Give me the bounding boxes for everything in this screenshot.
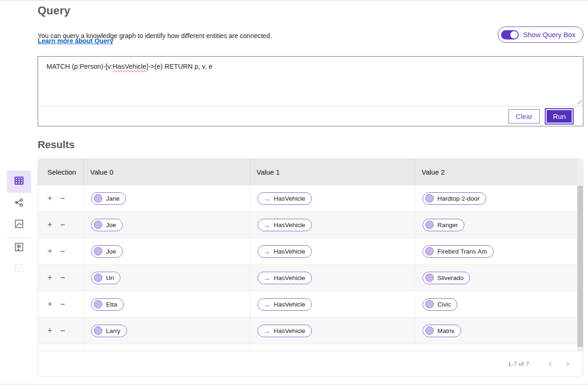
clear-button[interactable]: Clear: [509, 109, 540, 124]
edge-arrow-icon: →: [263, 327, 270, 334]
query-actions-bar: Clear Run: [38, 106, 583, 126]
edge-chip-label: HasVehicle: [274, 274, 305, 281]
query-text-spellchecked: HasVehicle: [112, 63, 146, 70]
selection-cell: + −: [38, 344, 83, 351]
table-row: + − Uri → HasVehicle Silverado: [38, 265, 583, 291]
node-chip[interactable]: Civic: [423, 298, 457, 311]
node-chip-label: Jane: [106, 195, 119, 202]
value2-cell: Firebird Trans Am: [415, 238, 583, 264]
add-to-selection-button[interactable]: +: [47, 274, 53, 282]
remove-from-selection-button[interactable]: −: [60, 247, 66, 255]
node-chip[interactable]: Hardtop 2-door: [423, 192, 486, 205]
node-chip-label: Matrix: [437, 327, 455, 334]
learn-more-link[interactable]: Learn more about Query: [38, 37, 113, 45]
node-chip-label: Silverado: [437, 274, 463, 281]
textarea-resize-handle[interactable]: [575, 98, 581, 104]
node-chip[interactable]: Joe: [91, 245, 123, 258]
table-row: + − Lucy → HasVehicle Mustang: [38, 344, 583, 351]
dashed-square-icon: [13, 262, 25, 275]
add-to-selection-button[interactable]: +: [47, 221, 53, 229]
node-circle-icon: [94, 274, 102, 282]
node-circle-icon: [425, 274, 434, 282]
table-header-row: Selection Value 0 Value 1 Value 2: [38, 159, 583, 185]
query-text-after: ]->(e) RETURN p, v, e: [146, 63, 212, 70]
page-title: Query: [38, 4, 70, 17]
edge-arrow-icon: →: [263, 274, 270, 281]
edge-chip-label: HasVehicle: [274, 222, 305, 228]
node-chip-label: Uri: [106, 274, 114, 281]
chart-view-icon: [13, 218, 25, 231]
edge-chip-label: HasVehicle: [274, 301, 305, 308]
node-chip[interactable]: Ranger: [423, 219, 464, 231]
column-header-value1: Value 1: [250, 159, 415, 185]
node-chip[interactable]: Matrix: [423, 325, 461, 337]
toggle-knob: [510, 31, 518, 39]
value2-cell: Hardtop 2-door: [415, 185, 583, 211]
previous-page-button[interactable]: ‹: [547, 359, 554, 369]
table-view-button[interactable]: [7, 170, 31, 193]
value1-cell: → HasVehicle: [250, 185, 415, 211]
table-scrollbar[interactable]: [577, 159, 583, 351]
node-circle-icon: [425, 326, 434, 335]
results-title: Results: [38, 139, 74, 151]
node-chip-label: Joe: [106, 248, 116, 255]
node-chip[interactable]: Firebird Trans Am: [423, 245, 494, 258]
node-chip[interactable]: Etta: [91, 298, 124, 311]
value0-cell: Jane: [83, 185, 250, 211]
node-circle-icon: [425, 300, 434, 308]
remove-from-selection-button[interactable]: −: [60, 194, 66, 202]
node-chip[interactable]: Silverado: [423, 272, 470, 284]
show-query-box-toggle[interactable]: Show Query Box: [498, 26, 583, 43]
table-row: + − Joe → HasVehicle Ranger: [38, 212, 583, 238]
edge-chip[interactable]: → HasVehicle: [258, 272, 312, 284]
query-editor[interactable]: MATCH (p:Person)-[v:HasVehicle]->(e) RET…: [38, 57, 583, 106]
value0-cell: Uri: [83, 265, 250, 291]
run-button[interactable]: Run: [546, 109, 573, 124]
add-to-selection-button[interactable]: +: [47, 247, 53, 255]
page-bottom-border: [0, 384, 588, 385]
edge-chip[interactable]: → HasVehicle: [258, 298, 312, 311]
value2-cell: Matrix: [415, 318, 583, 344]
node-chip[interactable]: Joe: [91, 219, 123, 231]
node-chip-label: Hardtop 2-door: [437, 195, 480, 202]
selection-cell: + −: [38, 318, 83, 344]
remove-from-selection-button[interactable]: −: [60, 274, 66, 282]
pagination-range-label: 1-7 of 7: [508, 360, 529, 367]
node-chip-label: Firebird Trans Am: [437, 248, 487, 255]
table-footer: 1-7 of 7 ‹ ›: [38, 351, 583, 376]
view-switcher-rail: [0, 0, 38, 385]
toggle-label: Show Query Box: [523, 31, 575, 39]
edge-chip-label: HasVehicle: [274, 327, 305, 334]
remove-from-selection-button[interactable]: −: [60, 326, 66, 335]
column-header-value0: Value 0: [83, 159, 250, 185]
value0-cell: Joe: [83, 238, 250, 264]
remove-from-selection-button[interactable]: −: [60, 300, 66, 308]
scrollbar-thumb[interactable]: [577, 186, 583, 347]
value1-cell: → HasVehicle: [250, 344, 415, 351]
add-to-selection-button[interactable]: +: [47, 194, 53, 202]
edge-chip[interactable]: → HasVehicle: [258, 219, 312, 231]
next-page-button[interactable]: ›: [564, 359, 571, 369]
selection-cell: + −: [38, 291, 83, 317]
graph-view-button[interactable]: [7, 195, 31, 212]
node-circle-icon: [94, 247, 102, 255]
value1-cell: → HasVehicle: [250, 318, 415, 344]
node-chip-label: Civic: [437, 301, 451, 308]
edge-chip[interactable]: → HasVehicle: [258, 325, 312, 337]
value2-cell: Mustang: [415, 344, 583, 351]
node-chip[interactable]: Uri: [91, 272, 120, 284]
remove-from-selection-button[interactable]: −: [60, 221, 66, 229]
node-chip-label: Larry: [106, 327, 120, 334]
node-chip[interactable]: Larry: [91, 325, 127, 337]
toggle-switch-on[interactable]: [501, 30, 519, 39]
node-chip-label: Joe: [106, 222, 116, 228]
chart-view-button[interactable]: [7, 216, 31, 233]
add-to-selection-button[interactable]: +: [47, 300, 53, 308]
value0-cell: Etta: [83, 291, 250, 317]
add-to-selection-button[interactable]: +: [47, 326, 53, 335]
value0-cell: Larry: [83, 318, 250, 344]
node-chip[interactable]: Jane: [91, 192, 126, 205]
edge-chip[interactable]: → HasVehicle: [258, 245, 312, 258]
map-view-button[interactable]: [7, 240, 31, 256]
edge-chip[interactable]: → HasVehicle: [258, 192, 312, 205]
